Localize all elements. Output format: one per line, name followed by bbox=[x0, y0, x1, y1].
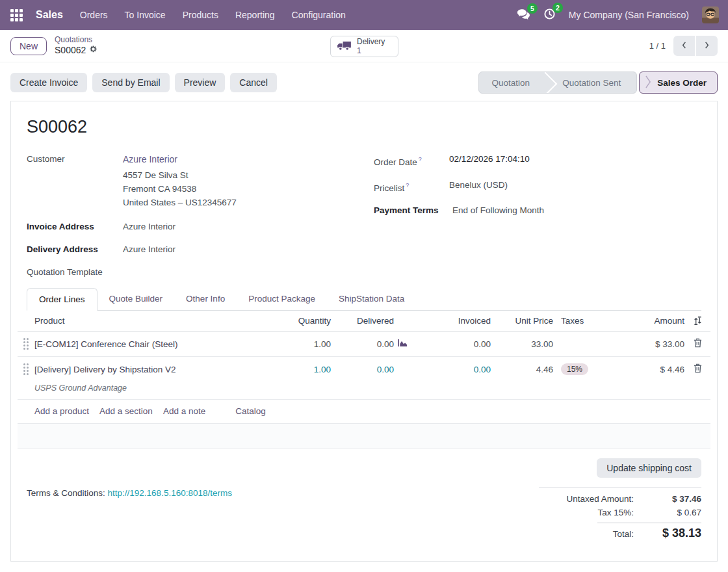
add-a-note-link[interactable]: Add a note bbox=[163, 406, 205, 416]
delivery-address-label: Delivery Address bbox=[27, 243, 123, 256]
header-delivered[interactable]: Delivered bbox=[331, 316, 408, 326]
line-delivered[interactable]: 0.00 bbox=[331, 365, 408, 374]
help-icon: ? bbox=[406, 182, 409, 188]
header-product[interactable]: Product bbox=[34, 316, 272, 326]
tax-badge[interactable]: 15% bbox=[561, 363, 588, 375]
update-shipping-cost-button[interactable]: Update shipping cost bbox=[597, 458, 701, 478]
invoice-address-label: Invoice Address bbox=[27, 220, 123, 233]
delivered-analysis-icon[interactable] bbox=[398, 339, 408, 349]
nav-item-products[interactable]: Products bbox=[183, 10, 218, 20]
header-unit-price[interactable]: Unit Price bbox=[491, 316, 553, 326]
form-sheet: S00062 Customer Azure Interior 4557 De S… bbox=[10, 101, 718, 562]
tax-label: Tax 15%: bbox=[597, 508, 634, 517]
line-taxes[interactable]: 15% bbox=[553, 363, 609, 375]
terms-label: Terms & Conditions: bbox=[27, 488, 105, 498]
tab-other-info[interactable]: Other Info bbox=[174, 288, 237, 310]
nav-item-orders[interactable]: Orders bbox=[80, 10, 108, 20]
address-line-3: United States – US12345677 bbox=[123, 196, 237, 209]
order-lines-table: Product Quantity Delivered Invoiced Unit… bbox=[18, 311, 710, 448]
line-unit-price[interactable]: 33.00 bbox=[491, 339, 553, 349]
terms-and-conditions: Terms & Conditions: http://192.168.5.160… bbox=[27, 488, 232, 542]
header-invoiced[interactable]: Invoiced bbox=[408, 316, 491, 326]
add-a-product-link[interactable]: Add a product bbox=[34, 406, 89, 416]
chevron-left-icon bbox=[681, 40, 688, 52]
tab-quote-builder[interactable]: Quote Builder bbox=[98, 288, 175, 310]
stage-quotation[interactable]: Quotation bbox=[479, 72, 546, 93]
order-date-value[interactable]: 02/12/2026 17:04:10 bbox=[449, 153, 530, 169]
stage-sales-order[interactable]: Sales Order bbox=[639, 72, 718, 94]
breadcrumb-quotations[interactable]: Quotations bbox=[55, 35, 98, 45]
messages-button[interactable]: 5 bbox=[517, 8, 530, 22]
add-a-section-link[interactable]: Add a section bbox=[99, 406, 153, 416]
record-name: S00062 bbox=[55, 45, 86, 57]
page-title: S00062 bbox=[27, 117, 701, 137]
app-name[interactable]: Sales bbox=[36, 9, 63, 21]
nav-item-reporting[interactable]: Reporting bbox=[235, 10, 275, 20]
line-quantity[interactable]: 1.00 bbox=[272, 365, 331, 374]
line-quantity[interactable]: 1.00 bbox=[272, 339, 331, 349]
drag-handle-icon[interactable] bbox=[23, 363, 29, 375]
delete-line-button[interactable] bbox=[684, 363, 710, 375]
stage-sales-order-label: Sales Order bbox=[657, 78, 707, 88]
nav-item-to-invoice[interactable]: To Invoice bbox=[125, 10, 166, 20]
tab-product-package[interactable]: Product Package bbox=[237, 288, 327, 310]
breadcrumb-current: S00062 bbox=[55, 45, 98, 57]
delivery-label: Delivery bbox=[357, 38, 385, 47]
header-quantity[interactable]: Quantity bbox=[272, 316, 331, 326]
tax-row: Tax 15%: $ 0.67 bbox=[539, 506, 701, 519]
pager-previous-button[interactable] bbox=[673, 36, 695, 56]
send-by-email-button[interactable]: Send by Email bbox=[92, 73, 169, 92]
company-switcher[interactable]: My Company (San Francisco) bbox=[569, 10, 689, 20]
header-amount[interactable]: Amount bbox=[609, 316, 684, 326]
quotation-template-label: Quotation Template bbox=[27, 266, 123, 279]
payment-terms-value[interactable]: End of Following Month bbox=[449, 204, 544, 217]
optional-columns-icon[interactable] bbox=[684, 317, 710, 325]
delivery-smart-button[interactable]: Delivery 1 bbox=[330, 36, 398, 57]
sales-order-page: Sales Orders To Invoice Products Reporti… bbox=[0, 0, 728, 562]
delete-line-button[interactable] bbox=[684, 338, 710, 350]
notebook-tabs: Order Lines Quote Builder Other Info Pro… bbox=[27, 288, 701, 311]
line-product[interactable]: [E-COM12] Conference Chair (Steel) bbox=[34, 339, 272, 349]
tab-shipstation-data[interactable]: ShipStation Data bbox=[327, 288, 416, 310]
apps-menu-button[interactable] bbox=[10, 9, 23, 21]
line-delivered[interactable]: 0.00 bbox=[331, 339, 408, 349]
cancel-button[interactable]: Cancel bbox=[230, 73, 277, 92]
terms-link[interactable]: http://192.168.5.160:8018/terms bbox=[108, 488, 232, 498]
line-amount: $ 33.00 bbox=[609, 339, 684, 349]
preview-button[interactable]: Preview bbox=[175, 73, 226, 92]
nav-item-configuration[interactable]: Configuration bbox=[292, 10, 346, 20]
user-avatar[interactable] bbox=[702, 6, 719, 23]
table-header-row: Product Quantity Delivered Invoiced Unit… bbox=[18, 311, 710, 332]
activities-badge: 2 bbox=[552, 3, 563, 13]
stage-quotation-sent[interactable]: Quotation Sent bbox=[545, 72, 636, 93]
address-line-2: Fremont CA 94538 bbox=[123, 182, 237, 196]
tab-order-lines[interactable]: Order Lines bbox=[27, 288, 98, 311]
line-invoiced[interactable]: 0.00 bbox=[408, 365, 491, 374]
order-date-label: Order Date? bbox=[374, 153, 449, 169]
invoice-address-value[interactable]: Azure Interior bbox=[123, 220, 176, 233]
activities-button[interactable]: 2 bbox=[543, 8, 556, 22]
delivery-address-field: Delivery Address Azure Interior bbox=[27, 243, 374, 256]
action-gear-icon[interactable] bbox=[89, 45, 98, 57]
header-taxes[interactable]: Taxes bbox=[553, 316, 609, 326]
totals-column: Update shipping cost Untaxed Amount: $ 3… bbox=[532, 458, 701, 542]
line-carrier-note: USPS Ground Advantage bbox=[18, 382, 710, 400]
pager-next-button[interactable] bbox=[696, 36, 718, 56]
delivery-address-value[interactable]: Azure Interior bbox=[123, 243, 176, 256]
customer-link[interactable]: Azure Interior bbox=[123, 154, 177, 164]
address-line-1: 4557 De Silva St bbox=[123, 168, 237, 182]
order-line-row-delivery[interactable]: [Delivery] Delivery by Shipstation V2 1.… bbox=[18, 357, 710, 400]
untaxed-amount-row: Untaxed Amount: $ 37.46 bbox=[539, 492, 701, 506]
help-icon: ? bbox=[419, 156, 422, 162]
line-invoiced[interactable]: 0.00 bbox=[408, 339, 491, 349]
drag-handle-icon[interactable] bbox=[23, 338, 29, 350]
create-invoice-button[interactable]: Create Invoice bbox=[10, 73, 87, 92]
catalog-link[interactable]: Catalog bbox=[235, 406, 266, 416]
order-line-row[interactable]: [E-COM12] Conference Chair (Steel) 1.00 … bbox=[18, 332, 710, 357]
line-unit-price[interactable]: 4.46 bbox=[491, 365, 553, 374]
list-footer-links: Add a product Add a section Add a note C… bbox=[18, 400, 710, 424]
line-product[interactable]: [Delivery] Delivery by Shipstation V2 bbox=[34, 365, 272, 374]
payment-terms-label: Payment Terms bbox=[374, 204, 449, 217]
pricelist-value[interactable]: Benelux (USD) bbox=[449, 179, 508, 195]
new-button[interactable]: New bbox=[10, 37, 47, 55]
